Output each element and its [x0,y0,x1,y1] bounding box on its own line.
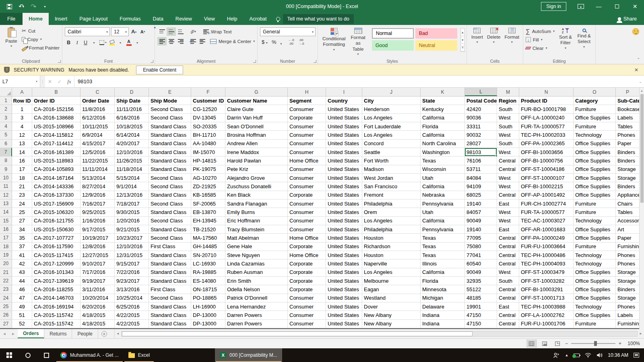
cell-J16[interactable]: Philadelphia [362,225,421,234]
increase-font-size-button[interactable]: A [130,27,138,36]
tab-review[interactable]: Review [169,13,198,25]
cell-B26[interactable]: CA-2015-115742 [32,311,80,319]
cell-I16[interactable]: United States [326,225,362,234]
cell-B15[interactable]: CA-2016-121755 [32,217,80,225]
cell-H8[interactable]: Home Office [288,156,326,165]
cell-D15[interactable]: 1/20/2016 [115,217,149,225]
cell-F2[interactable]: CG-12520 [191,105,225,113]
cell-J26[interactable]: New Albany [362,311,421,319]
cell-J3[interactable]: Los Angeles [362,114,421,122]
fill-color-dropdown-icon[interactable]: ▾ [120,41,121,45]
cell-J15[interactable]: Los Angeles [362,217,421,225]
zoom-slider[interactable] [571,343,615,344]
cell-E19[interactable]: Standard Class [149,251,191,259]
cell-F1[interactable]: Customer ID [191,97,225,105]
cell-O2[interactable]: Furniture [574,105,616,113]
cell-L4[interactable]: 33311 [465,122,497,131]
row-header-19[interactable]: 19 [0,251,12,259]
cell-E22[interactable]: Standard Class [149,277,191,285]
cell-C8[interactable]: 11/22/2015 [80,156,115,165]
cell-D6[interactable]: 4/20/2017 [115,140,149,148]
cell-J1[interactable]: City [362,97,421,105]
column-header-A[interactable]: A [12,88,32,96]
cell-P13[interactable]: Chairs [616,200,639,208]
column-header-E[interactable]: E [149,88,191,96]
decrease-indent-button[interactable] [188,37,198,45]
tab-view[interactable]: View [198,13,221,25]
customize-qat-button[interactable]: ▾ [40,1,51,12]
cell-O14[interactable]: Furniture [574,208,616,216]
cell-I19[interactable]: United States [326,251,362,259]
cell-G9[interactable]: Pete Kriz [225,165,288,174]
number-dialog-launcher-icon[interactable] [314,60,316,63]
cell-B4[interactable]: US-2015-108966 [32,122,80,131]
row-header-17[interactable]: 17 [0,234,12,242]
cell-B5[interactable]: CA-2014-115812 [32,131,80,139]
cell-I1[interactable]: Country [326,97,362,105]
name-box-splitter[interactable]: ⋮ [40,76,45,87]
cell-E6[interactable]: Standard Class [149,140,191,148]
cell-G27[interactable]: Darren Powers [225,320,288,328]
cell-C10[interactable]: 5/13/2014 [80,174,115,182]
cell-H27[interactable]: Consumer [288,320,326,328]
increase-indent-button[interactable] [198,37,207,45]
cell-K18[interactable]: Texas [421,243,465,251]
row-header-24[interactable]: 24 [0,294,12,302]
cell-M5[interactable]: West [497,131,519,139]
cell-N4[interactable]: FUR-TA-10000577 [519,122,574,131]
cell-J9[interactable]: Madison [362,165,421,174]
cell-P11[interactable]: Binders [616,182,639,191]
decrease-decimal-button[interactable]: .00→.0 [298,39,304,46]
cell-H13[interactable]: Consumer [288,200,326,208]
cell-L18[interactable]: 75080 [465,243,497,251]
cell-A25[interactable]: 49 [12,302,32,311]
cell-A15[interactable]: 27 [12,217,32,225]
cell-M23[interactable]: Central [497,285,519,294]
row-header-15[interactable]: 15 [0,217,12,225]
cell-K22[interactable]: Florida [421,277,465,285]
cell-A21[interactable]: 43 [12,268,32,277]
cell-G8[interactable]: Harold Pawlan [225,156,288,165]
cell-B14[interactable]: CA-2015-106320 [32,208,80,216]
cell-K14[interactable]: Utah [421,208,465,216]
cell-H7[interactable]: Consumer [288,148,326,156]
cell-F18[interactable]: GH-14485 [191,243,225,251]
cell-C2[interactable]: 11/8/2016 [80,105,115,113]
cell-M18[interactable]: Central [497,243,519,251]
feedback-smiley-icon[interactable] [632,28,639,35]
cell-E13[interactable]: Second Class [149,200,191,208]
cell-J27[interactable]: New Albany [362,320,421,328]
cell-D16[interactable]: 9/21/2015 [115,225,149,234]
cell-O3[interactable]: Office Supplies [574,114,616,122]
tell-me-search[interactable]: Tell me what you want to do [276,13,354,25]
cell-D9[interactable]: 11/18/2014 [115,165,149,174]
cell-A9[interactable]: 17 [12,165,32,174]
cell-M25[interactable]: East [497,302,519,311]
format-as-table-button[interactable]: Format as Table ▾ [348,27,369,58]
cell-J10[interactable]: West Jordan [362,174,421,182]
cell-B25[interactable]: CA-2016-169194 [32,302,80,311]
cell-G19[interactable]: Steve Nguyen [225,251,288,259]
row-header-16[interactable]: 16 [0,225,12,234]
cell-E20[interactable]: Standard Class [149,259,191,268]
cell-C7[interactable]: 12/5/2016 [80,148,115,156]
cell-N14[interactable]: FUR-TA-10000577 [519,208,574,216]
merge-center-button[interactable]: Merge & Center▾ [210,37,255,45]
cell-K12[interactable]: Nebraska [421,191,465,200]
cell-C12[interactable]: 12/9/2016 [80,191,115,200]
cell-O12[interactable]: Office Supplies [574,191,616,200]
normal-view-button[interactable] [526,339,537,348]
cell-E1[interactable]: Ship Mode [149,97,191,105]
cell-F10[interactable]: AG-10270 [191,174,225,182]
cell-C21[interactable]: 7/17/2016 [80,268,115,277]
cell-H4[interactable]: Consumer [288,122,326,131]
cell-F26[interactable]: DP-13000 [191,311,225,319]
cell-H26[interactable]: Consumer [288,311,326,319]
cell-I18[interactable]: United States [326,243,362,251]
cell-L1[interactable]: Postal Code [465,97,497,105]
cell-K9[interactable]: Wisconsin [421,165,465,174]
cell-G16[interactable]: Tracy Blumstein [225,225,288,234]
row-header-12[interactable]: 12 [0,191,12,200]
cell-B7[interactable]: CA-2016-161389 [32,148,80,156]
tab-acrobat[interactable]: Acrobat [243,13,272,25]
